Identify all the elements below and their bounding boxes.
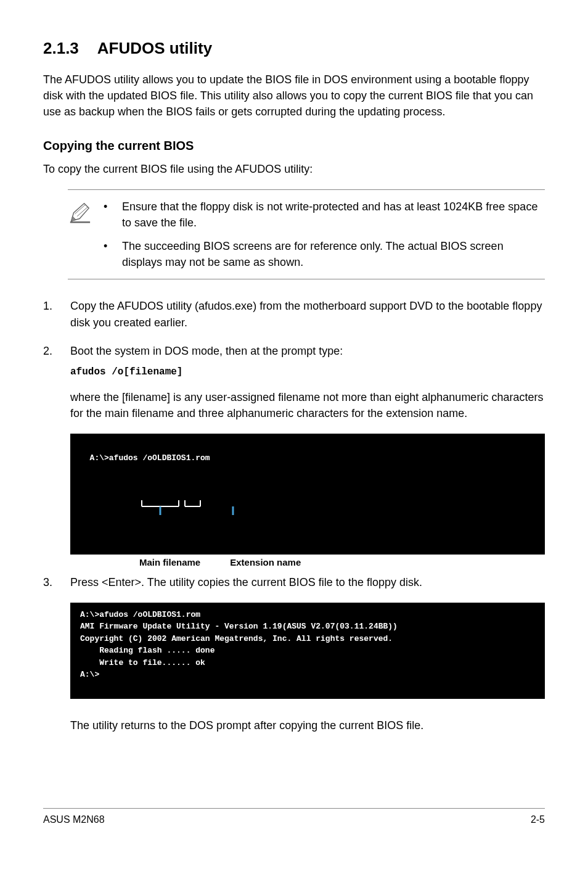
step-body: Copy the AFUDOS utility (afudos.exe) fro… <box>70 298 545 330</box>
section-number: 2.1.3 <box>43 37 79 60</box>
section-title-text: AFUDOS utility <box>97 39 212 57</box>
note-block: • Ensure that the floppy disk is not wri… <box>68 189 545 279</box>
list-item: 3. Press <Enter>. The utility copies the… <box>43 574 545 590</box>
pencil-note-icon <box>68 199 104 270</box>
terminal-output: A:\>afudos /oOLDBIOS1.rom <box>70 434 545 555</box>
terminal-line: A:\>afudos /oOLDBIOS1.rom <box>90 453 210 463</box>
numbered-list: 1. Copy the AFUDOS utility (afudos.exe) … <box>43 298 545 421</box>
sub-intro: To copy the current BIOS file using the … <box>43 161 545 177</box>
step-text: Boot the system in DOS mode, then at the… <box>70 345 343 357</box>
step-body: Boot the system in DOS mode, then at the… <box>70 343 545 421</box>
list-item: 1. Copy the AFUDOS utility (afudos.exe) … <box>43 298 545 330</box>
extension-name-label: Extension name <box>230 556 301 569</box>
section-heading: 2.1.3AFUDOS utility <box>43 37 545 60</box>
page-footer: ASUS M2N68 2-5 <box>43 808 545 827</box>
note-text: Ensure that the floppy disk is not write… <box>122 199 545 231</box>
step-body: Press <Enter>. The utility copies the cu… <box>70 574 545 590</box>
list-item: 2. Boot the system in DOS mode, then at … <box>43 343 545 421</box>
intro-paragraph: The AFUDOS utility allows you to update … <box>43 72 545 120</box>
note-item: • The succeeding BIOS screens are for re… <box>104 238 545 270</box>
step-note: where the [filename] is any user-assigne… <box>70 389 545 421</box>
svg-line-0 <box>75 205 85 214</box>
step-number: 1. <box>43 298 70 330</box>
bullet-icon: • <box>104 199 122 231</box>
step-number: 3. <box>43 574 70 590</box>
terminal-output: A:\>afudos /oOLDBIOS1.rom AMI Firmware U… <box>70 603 545 699</box>
note-item: • Ensure that the floppy disk is not wri… <box>104 199 545 231</box>
filename-brackets <box>80 476 535 540</box>
note-text: The succeeding BIOS screens are for refe… <box>122 238 545 270</box>
sub-heading: Copying the current BIOS <box>43 137 545 155</box>
filename-labels: Main filename Extension name <box>70 556 545 569</box>
command-line: afudos /o[filename] <box>70 365 545 379</box>
bullet-icon: • <box>104 238 122 270</box>
closing-paragraph: The utility returns to the DOS prompt af… <box>70 717 545 733</box>
footer-left: ASUS M2N68 <box>43 812 105 827</box>
step-number: 2. <box>43 343 70 421</box>
note-content: • Ensure that the floppy disk is not wri… <box>104 199 545 270</box>
main-filename-label: Main filename <box>139 556 200 569</box>
numbered-list-cont: 3. Press <Enter>. The utility copies the… <box>43 574 545 590</box>
footer-page-number: 2-5 <box>531 812 545 827</box>
